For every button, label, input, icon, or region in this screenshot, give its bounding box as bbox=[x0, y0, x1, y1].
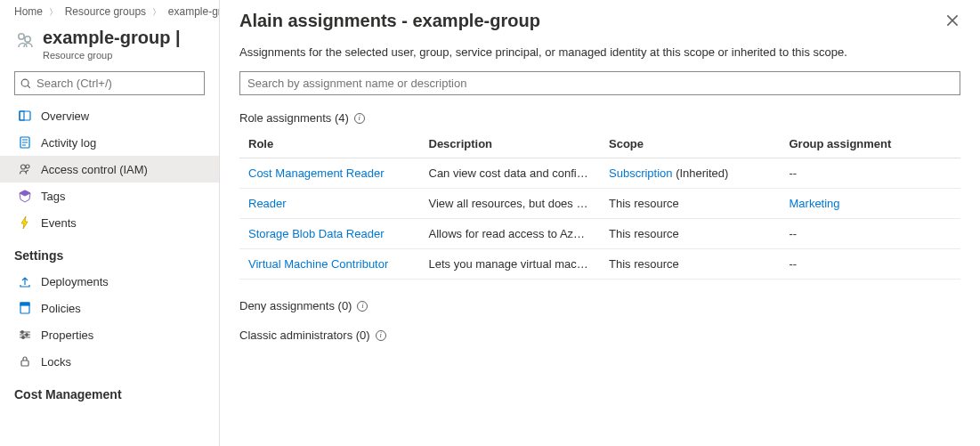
menu-item-activity-log[interactable]: Activity log bbox=[0, 129, 219, 156]
role-assignments-table: Role Description Scope Group assignment … bbox=[239, 130, 960, 280]
col-role[interactable]: Role bbox=[239, 130, 420, 158]
svg-point-0 bbox=[19, 34, 24, 39]
breadcrumb: Home 〉 Resource groups 〉 example-group bbox=[0, 5, 219, 22]
resource-group-icon bbox=[14, 29, 36, 51]
svg-point-6 bbox=[21, 165, 26, 169]
menu-heading-cost-management: Cost Management bbox=[0, 375, 219, 407]
resource-title: example-group | bbox=[43, 28, 181, 48]
role-scope: Subscription (Inherited) bbox=[600, 158, 781, 189]
svg-rect-13 bbox=[21, 361, 28, 366]
group-assignment: Marketing bbox=[781, 189, 961, 219]
scope-extra: This resource bbox=[609, 227, 679, 240]
role-description: Lets you manage virtual machin… bbox=[420, 249, 601, 280]
tags-icon bbox=[18, 189, 32, 203]
role-link[interactable]: Virtual Machine Contributor bbox=[248, 257, 388, 271]
info-icon[interactable]: i bbox=[357, 301, 368, 312]
chevron-right-icon: 〉 bbox=[49, 7, 58, 17]
scope-extra: (Inherited) bbox=[673, 166, 729, 180]
role-assignments-heading-text: Role assignments (4) bbox=[239, 111, 349, 125]
sidebar: Home 〉 Resource groups 〉 example-group e… bbox=[0, 0, 220, 446]
menu-item-label: Overview bbox=[41, 109, 89, 123]
svg-point-1 bbox=[25, 36, 30, 42]
svg-rect-3 bbox=[20, 111, 30, 120]
resource-header: example-group | Resource group bbox=[0, 22, 219, 71]
breadcrumb-current[interactable]: example-group bbox=[168, 5, 219, 18]
menu: Overview Activity log Access control (IA… bbox=[0, 102, 219, 446]
role-assignments-heading: Role assignments (4) i bbox=[239, 111, 960, 125]
menu-item-tags[interactable]: Tags bbox=[0, 182, 219, 209]
svg-point-7 bbox=[26, 165, 29, 168]
sidebar-search-input[interactable] bbox=[14, 71, 205, 95]
role-description: View all resources, but does not… bbox=[420, 189, 601, 219]
role-link[interactable]: Reader bbox=[248, 197, 287, 210]
role-link[interactable]: Storage Blob Data Reader bbox=[248, 227, 384, 240]
table-row: Cost Management ReaderCan view cost data… bbox=[239, 158, 960, 189]
menu-item-label: Deployments bbox=[41, 275, 109, 288]
svg-point-12 bbox=[22, 337, 25, 339]
close-icon[interactable] bbox=[944, 12, 960, 28]
panel-search-input[interactable] bbox=[239, 71, 960, 95]
group-assignment: -- bbox=[781, 158, 961, 189]
properties-icon bbox=[18, 328, 32, 342]
role-description: Allows for read access to Azure … bbox=[420, 219, 601, 249]
table-row: Storage Blob Data ReaderAllows for read … bbox=[239, 219, 960, 249]
menu-item-label: Properties bbox=[41, 328, 93, 342]
col-group[interactable]: Group assignment bbox=[781, 130, 961, 158]
group-assignment: -- bbox=[781, 219, 961, 249]
panel-description: Assignments for the selected user, group… bbox=[239, 45, 960, 59]
menu-item-label: Access control (IAM) bbox=[41, 163, 148, 176]
assignments-panel: Alain assignments - example-group Assign… bbox=[220, 0, 980, 446]
scope-extra: This resource bbox=[609, 197, 679, 210]
menu-item-events[interactable]: Events bbox=[0, 209, 219, 236]
scope-link[interactable]: Subscription bbox=[609, 166, 673, 180]
role-scope: This resource bbox=[600, 249, 781, 280]
menu-item-label: Locks bbox=[41, 355, 71, 369]
menu-item-label: Policies bbox=[41, 302, 81, 315]
col-scope[interactable]: Scope bbox=[600, 130, 781, 158]
role-scope: This resource bbox=[600, 189, 781, 219]
role-scope: This resource bbox=[600, 219, 781, 249]
deployments-icon bbox=[18, 274, 32, 288]
menu-item-label: Events bbox=[41, 216, 77, 230]
svg-point-11 bbox=[26, 334, 28, 337]
breadcrumb-home[interactable]: Home bbox=[14, 5, 43, 18]
group-assignment: -- bbox=[781, 249, 961, 280]
menu-item-properties[interactable]: Properties bbox=[0, 321, 219, 348]
overview-icon bbox=[18, 109, 32, 123]
info-icon[interactable]: i bbox=[376, 330, 386, 341]
col-description[interactable]: Description bbox=[420, 130, 601, 158]
svg-rect-9 bbox=[20, 303, 29, 305]
menu-item-access-control[interactable]: Access control (IAM) bbox=[0, 156, 219, 182]
svg-point-2 bbox=[21, 79, 28, 86]
deny-assignments-heading: Deny assignments (0) i bbox=[239, 299, 960, 312]
menu-item-policies[interactable]: Policies bbox=[0, 295, 219, 321]
menu-item-label: Activity log bbox=[41, 136, 96, 150]
menu-item-label: Tags bbox=[41, 190, 65, 203]
svg-point-10 bbox=[21, 331, 24, 334]
events-icon bbox=[18, 215, 32, 230]
deny-assignments-heading-text: Deny assignments (0) bbox=[239, 299, 352, 312]
breadcrumb-resource-groups[interactable]: Resource groups bbox=[65, 5, 146, 18]
activity-log-icon bbox=[18, 135, 32, 150]
menu-item-locks[interactable]: Locks bbox=[0, 348, 219, 375]
table-header-row: Role Description Scope Group assignment bbox=[239, 130, 960, 158]
access-control-icon bbox=[18, 162, 32, 176]
classic-admins-heading: Classic administrators (0) i bbox=[239, 328, 960, 342]
policies-icon bbox=[18, 301, 32, 315]
classic-admins-heading-text: Classic administrators (0) bbox=[239, 328, 370, 342]
menu-item-deployments[interactable]: Deployments bbox=[0, 268, 219, 295]
table-row: ReaderView all resources, but does not…T… bbox=[239, 189, 960, 219]
scope-extra: This resource bbox=[609, 257, 679, 271]
svg-rect-4 bbox=[20, 111, 24, 120]
role-link[interactable]: Cost Management Reader bbox=[248, 166, 384, 180]
menu-heading-settings: Settings bbox=[0, 236, 219, 268]
panel-title: Alain assignments - example-group bbox=[239, 11, 960, 31]
menu-item-overview[interactable]: Overview bbox=[0, 102, 219, 129]
resource-subtitle: Resource group bbox=[43, 50, 181, 61]
role-description: Can view cost data and configur… bbox=[420, 158, 601, 189]
group-link[interactable]: Marketing bbox=[790, 197, 840, 210]
locks-icon bbox=[18, 354, 32, 369]
sidebar-search[interactable] bbox=[14, 71, 205, 95]
table-row: Virtual Machine ContributorLets you mana… bbox=[239, 249, 960, 280]
info-icon[interactable]: i bbox=[354, 113, 365, 124]
